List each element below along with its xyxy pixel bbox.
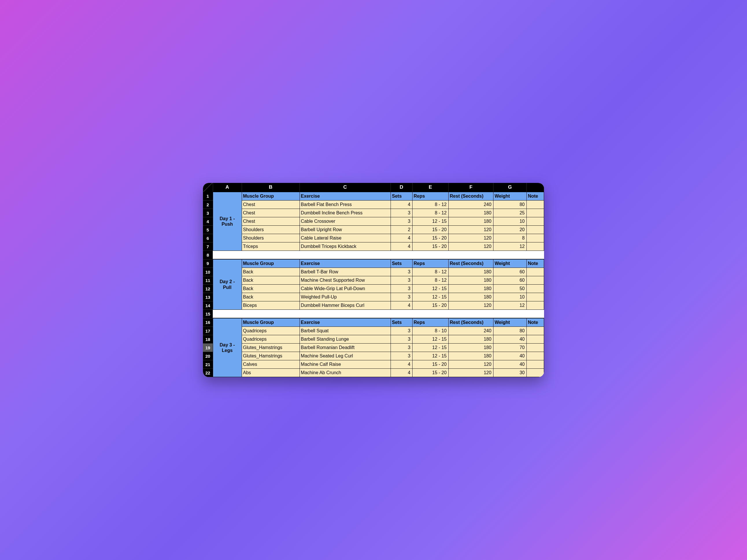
header-muscle[interactable]: Muscle Group [242,259,300,268]
header-weight[interactable]: Weight [493,192,526,201]
cell-weight[interactable]: 40 [493,360,526,369]
empty-cell[interactable] [526,251,544,260]
row-number[interactable]: 11 [203,276,213,285]
empty-cell[interactable] [213,310,242,318]
cell-sets[interactable]: 4 [391,301,412,310]
cell-exercise[interactable]: Cable Lateral Raise [300,234,391,242]
cell-note[interactable] [526,369,544,377]
cell-sets[interactable]: 3 [391,217,412,226]
column-header[interactable]: F [448,183,493,192]
row-number[interactable]: 19 [203,344,213,352]
row-number[interactable]: 14 [203,301,213,310]
cell-sets[interactable]: 3 [391,327,412,335]
cell-rest[interactable]: 180 [448,293,493,301]
row-number[interactable]: 13 [203,293,213,301]
column-header[interactable]: D [391,183,412,192]
row-number[interactable]: 12 [203,285,213,293]
header-exercise[interactable]: Exercise [300,318,391,327]
cell-weight[interactable]: 30 [493,369,526,377]
cell-rest[interactable]: 120 [448,301,493,310]
row-number[interactable]: 5 [203,226,213,234]
day-label[interactable]: Day 2 -Pull [213,259,242,310]
cell-reps[interactable]: 8 - 12 [412,268,448,276]
cell-muscle[interactable]: Quadriceps [242,327,300,335]
header-muscle[interactable]: Muscle Group [242,318,300,327]
cell-muscle[interactable]: Glutes_Hamstrings [242,352,300,360]
cell-note[interactable] [526,268,544,276]
cell-note[interactable] [526,201,544,209]
header-reps[interactable]: Reps [412,192,448,201]
cell-rest[interactable]: 180 [448,285,493,293]
cell-reps[interactable]: 8 - 12 [412,276,448,285]
row-number[interactable]: 9 [203,259,213,268]
cell-exercise[interactable]: Barbell Squat [300,327,391,335]
cell-rest[interactable]: 120 [448,369,493,377]
cell-exercise[interactable]: Dumbbell Hammer Biceps Curl [300,301,391,310]
cell-muscle[interactable]: Chest [242,201,300,209]
header-sets[interactable]: Sets [391,192,412,201]
cell-reps[interactable]: 15 - 20 [412,369,448,377]
column-header[interactable]: E [412,183,448,192]
cell-weight[interactable]: 50 [493,285,526,293]
cell-note[interactable] [526,301,544,310]
select-all-corner[interactable] [203,183,213,192]
cell-muscle[interactable]: Triceps [242,242,300,251]
empty-cell[interactable] [242,251,300,260]
cell-note[interactable] [526,352,544,360]
cell-sets[interactable]: 3 [391,276,412,285]
cell-note[interactable] [526,344,544,352]
cell-exercise[interactable]: Barbell Standing Lunge [300,335,391,344]
header-reps[interactable]: Reps [412,318,448,327]
row-number[interactable]: 10 [203,268,213,276]
cell-note[interactable] [526,360,544,369]
cell-sets[interactable]: 4 [391,369,412,377]
cell-rest[interactable]: 180 [448,352,493,360]
header-rest[interactable]: Rest (Seconds) [448,259,493,268]
row-number[interactable]: 8 [203,251,213,260]
cell-note[interactable] [526,217,544,226]
cell-sets[interactable]: 4 [391,360,412,369]
cell-reps[interactable]: 12 - 15 [412,293,448,301]
cell-reps[interactable]: 12 - 15 [412,217,448,226]
cell-weight[interactable]: 10 [493,217,526,226]
header-rest[interactable]: Rest (Seconds) [448,192,493,201]
cell-exercise[interactable]: Machine Seated Leg Curl [300,352,391,360]
cell-reps[interactable]: 12 - 15 [412,344,448,352]
cell-exercise[interactable]: Weighted Pull-Up [300,293,391,301]
cell-reps[interactable]: 8 - 12 [412,209,448,217]
empty-cell[interactable] [391,251,412,260]
cell-weight[interactable]: 12 [493,242,526,251]
cell-muscle[interactable]: Back [242,276,300,285]
cell-sets[interactable]: 3 [391,209,412,217]
cell-rest[interactable]: 120 [448,226,493,234]
cell-muscle[interactable]: Abs [242,369,300,377]
cell-rest[interactable]: 180 [448,268,493,276]
row-number[interactable]: 4 [203,217,213,226]
cell-sets[interactable]: 3 [391,285,412,293]
empty-cell[interactable] [300,310,391,318]
empty-cell[interactable] [412,310,448,318]
empty-cell[interactable] [526,310,544,318]
cell-muscle[interactable]: Biceps [242,301,300,310]
cell-weight[interactable]: 40 [493,352,526,360]
cell-muscle[interactable]: Back [242,285,300,293]
cell-exercise[interactable]: Machine Calf Raise [300,360,391,369]
header-weight[interactable]: Weight [493,259,526,268]
cell-note[interactable] [526,335,544,344]
cell-sets[interactable]: 3 [391,344,412,352]
row-number[interactable]: 3 [203,209,213,217]
empty-cell[interactable] [493,310,526,318]
cell-weight[interactable]: 60 [493,268,526,276]
cell-reps[interactable]: 15 - 20 [412,234,448,242]
cell-muscle[interactable]: Calves [242,360,300,369]
header-note[interactable]: Note [526,192,544,201]
cell-sets[interactable]: 4 [391,201,412,209]
cell-weight[interactable]: 40 [493,335,526,344]
header-sets[interactable]: Sets [391,259,412,268]
cell-note[interactable] [526,209,544,217]
cell-rest[interactable]: 120 [448,234,493,242]
column-header[interactable] [526,183,544,192]
cell-exercise[interactable]: Dumbbell Incline Bench Press [300,209,391,217]
row-number[interactable]: 2 [203,201,213,209]
cell-sets[interactable]: 3 [391,268,412,276]
